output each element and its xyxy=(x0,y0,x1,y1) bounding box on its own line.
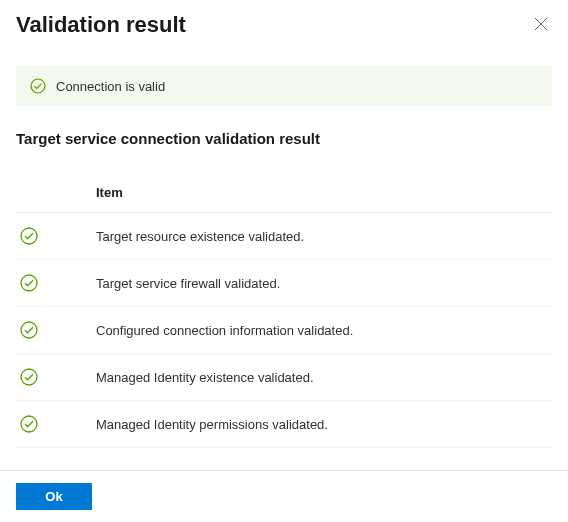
success-icon xyxy=(20,415,38,433)
dialog-footer: Ok xyxy=(0,470,568,522)
table-row: Target service firewall validated. xyxy=(16,260,552,307)
success-icon xyxy=(20,274,38,292)
ok-button[interactable]: Ok xyxy=(16,483,92,510)
success-icon xyxy=(20,368,38,386)
row-item-text: Managed Identity existence validated. xyxy=(96,370,314,385)
status-message: Connection is valid xyxy=(56,79,165,94)
svg-point-7 xyxy=(21,416,37,432)
row-item-text: Managed Identity permissions validated. xyxy=(96,417,328,432)
table-row: Managed Identity permissions validated. xyxy=(16,401,552,448)
table-header: Item xyxy=(16,175,552,213)
section-subtitle: Target service connection validation res… xyxy=(16,130,552,147)
table-row: Target resource existence validated. xyxy=(16,213,552,260)
close-icon[interactable] xyxy=(530,12,552,38)
svg-point-3 xyxy=(21,228,37,244)
success-icon xyxy=(20,321,38,339)
page-title: Validation result xyxy=(16,12,186,38)
column-header-item: Item xyxy=(96,185,123,200)
table-row: Managed Identity existence validated. xyxy=(16,354,552,401)
row-item-text: Target resource existence validated. xyxy=(96,229,304,244)
status-banner: Connection is valid xyxy=(16,66,552,106)
success-icon xyxy=(30,78,46,94)
row-item-text: Configured connection information valida… xyxy=(96,323,353,338)
dialog-header: Validation result xyxy=(16,12,552,38)
row-item-text: Target service firewall validated. xyxy=(96,276,280,291)
svg-point-5 xyxy=(21,322,37,338)
svg-point-4 xyxy=(21,275,37,291)
validation-table: Item Target resource existence validated… xyxy=(16,175,552,448)
success-icon xyxy=(20,227,38,245)
svg-point-2 xyxy=(31,79,45,93)
svg-point-6 xyxy=(21,369,37,385)
table-row: Configured connection information valida… xyxy=(16,307,552,354)
